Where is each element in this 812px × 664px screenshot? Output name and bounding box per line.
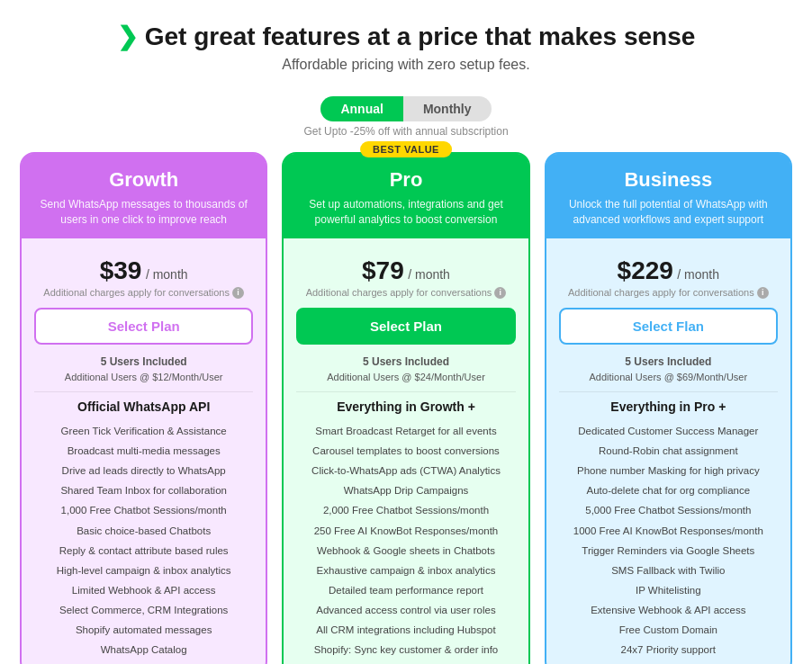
business-price: $229: [618, 256, 673, 284]
list-item: High-level campaign & inbox analytics: [34, 561, 253, 580]
growth-plan-header: Growth Send WhatsApp messages to thousan…: [22, 154, 266, 238]
business-plan-description: Unlock the full potential of WhatsApp wi…: [559, 197, 778, 228]
pro-users-info: 5 Users Included Additional Users @ $24/…: [296, 354, 515, 385]
growth-features-list: Green Tick Verification & Assistance Bro…: [34, 421, 253, 660]
list-item: Reply & contact attribute based rules: [34, 541, 253, 561]
list-item: Phone number Masking for high privacy: [559, 461, 778, 480]
list-item: Webhook & Google sheets in Chatbots: [296, 541, 515, 561]
pro-price-note: Additional charges apply for conversatio…: [296, 287, 515, 299]
list-item: Carousel templates to boost conversions: [296, 441, 515, 461]
pro-select-plan-button[interactable]: Select Plan: [296, 308, 515, 345]
pro-period: / month: [408, 267, 450, 282]
list-item: Extensive Webhook & API access: [559, 600, 778, 620]
list-item: Free Custom Domain: [559, 620, 778, 640]
list-item: Shopify automated messages: [34, 620, 253, 640]
pro-plan-card: BEST VALUE Pro Set up automations, integ…: [282, 152, 529, 664]
growth-plan-card: Growth Send WhatsApp messages to thousan…: [20, 152, 267, 664]
growth-plan-body: $39 / month Additional charges apply for…: [22, 238, 266, 660]
pro-price-row: $79 / month: [296, 256, 515, 285]
growth-info-icon[interactable]: i: [232, 287, 244, 299]
plans-container: Growth Send WhatsApp messages to thousan…: [0, 152, 812, 664]
business-period: / month: [677, 267, 719, 282]
list-item: Dedicated Customer Success Manager: [559, 421, 778, 441]
best-value-badge: BEST VALUE: [360, 141, 452, 157]
list-item: Drive ad leads directly to WhatsApp: [34, 461, 253, 480]
list-item: Round-Robin chat assignment: [559, 441, 778, 461]
pro-info-icon[interactable]: i: [494, 287, 506, 299]
business-plan-body: $229 / month Additional charges apply fo…: [546, 238, 790, 660]
list-item: Shopify: Sync key customer & order info: [296, 640, 515, 660]
growth-features-heading: Official WhatsApp API: [34, 399, 253, 414]
list-item: Limited Webhook & API access: [34, 580, 253, 600]
business-price-note: Additional charges apply for conversatio…: [559, 287, 778, 299]
monthly-toggle[interactable]: Monthly: [403, 96, 492, 121]
business-plan-card: Business Unlock the full potential of Wh…: [545, 152, 792, 664]
business-price-row: $229 / month: [559, 256, 778, 285]
pro-price: $79: [362, 256, 404, 284]
list-item: 1000 Free AI KnowBot Responses/month: [559, 521, 778, 541]
list-item: All CRM integrations including Hubspot: [296, 620, 515, 640]
growth-period: / month: [146, 267, 188, 282]
list-item: WhatsApp Catalog: [34, 640, 253, 660]
growth-plan-description: Send WhatsApp messages to thousands of u…: [34, 197, 253, 228]
pro-plan-name: Pro: [296, 168, 515, 192]
list-item: 1,000 Free Chatbot Sessions/month: [34, 500, 253, 520]
list-item: 24x7 Priority support: [559, 640, 778, 660]
business-features-heading: Everything in Pro +: [559, 399, 778, 414]
list-item: Shared Team Inbox for collaboration: [34, 480, 253, 500]
growth-plan-name: Growth: [34, 168, 253, 192]
list-item: 5,000 Free Chatbot Sessions/month: [559, 500, 778, 520]
list-item: Shopify: Support for 3rd party checkout …: [296, 660, 515, 664]
page-title: ❯ Get great features at a price that mak…: [18, 22, 794, 51]
business-select-plan-button[interactable]: Select Flan: [559, 308, 778, 345]
list-item: Click-to-WhatsApp ads (CTWA) Analytics: [296, 461, 515, 480]
list-item: 2,000 Free Chatbot Sessions/month: [296, 500, 515, 520]
pro-plan-description: Set up automations, integrations and get…: [296, 197, 515, 228]
list-item: WhatsApp Drip Campaigns: [296, 480, 515, 500]
business-plan-name: Business: [559, 168, 778, 192]
business-features-list: Dedicated Customer Success Manager Round…: [559, 421, 778, 660]
business-info-icon[interactable]: i: [757, 287, 769, 299]
list-item: Smart Broadcast Retarget for all events: [296, 421, 515, 441]
list-item: 250 Free AI KnowBot Responses/month: [296, 521, 515, 541]
page-header: ❯ Get great features at a price that mak…: [0, 0, 812, 82]
pro-features-list: Smart Broadcast Retarget for all events …: [296, 421, 515, 664]
list-item: Auto-delete chat for org compliance: [559, 480, 778, 500]
business-plan-header: Business Unlock the full potential of Wh…: [546, 154, 790, 238]
list-item: Detailed team performance report: [296, 580, 515, 600]
list-item: Broadcast multi-media messages: [34, 441, 253, 461]
pro-plan-header: Pro Set up automations, integrations and…: [284, 154, 528, 238]
list-item: SMS Fallback with Twilio: [559, 561, 778, 580]
billing-toggle: Annual Monthly: [0, 96, 812, 121]
list-item: Advanced access control via user roles: [296, 600, 515, 620]
growth-price: $39: [100, 256, 142, 284]
pro-features-heading: Everything in Growth +: [296, 399, 515, 414]
arrow-icon: ❯: [117, 22, 138, 51]
annual-toggle[interactable]: Annual: [320, 96, 402, 121]
growth-users-info: 5 Users Included Additional Users @ $12/…: [34, 354, 253, 385]
discount-text: Get Upto -25% off with annual subscripti…: [0, 125, 812, 138]
list-item: Basic choice-based Chatbots: [34, 521, 253, 541]
growth-select-plan-button[interactable]: Select Plan: [34, 308, 253, 345]
list-item: Green Tick Verification & Assistance: [34, 421, 253, 441]
growth-price-row: $39 / month: [34, 256, 253, 285]
business-users-info: 5 Users Included Additional Users @ $69/…: [559, 354, 778, 385]
pro-plan-body: $79 / month Additional charges apply for…: [284, 238, 528, 664]
list-item: Select Commerce, CRM Integrations: [34, 600, 253, 620]
list-item: Exhaustive campaign & inbox analytics: [296, 561, 515, 580]
list-item: Trigger Reminders via Google Sheets: [559, 541, 778, 561]
growth-price-note: Additional charges apply for conversatio…: [34, 287, 253, 299]
page-subtitle: Affordable pricing with zero setup fees.: [18, 57, 794, 73]
list-item: IP Whitelisting: [559, 580, 778, 600]
